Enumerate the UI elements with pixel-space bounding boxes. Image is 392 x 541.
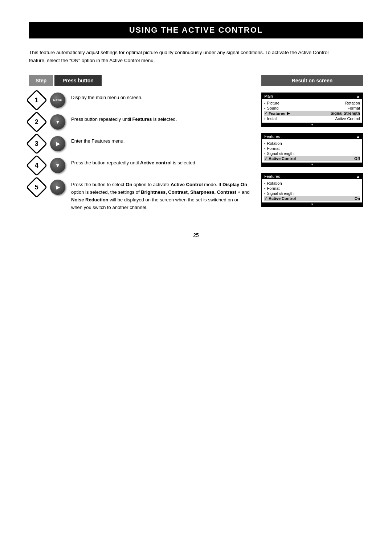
screen-1-row-1: ▪ Picture Rotation — [264, 101, 360, 106]
intro-paragraph: This feature automatically adjust settin… — [29, 49, 341, 64]
screen-3-row-4-highlighted: ✓ Active Control On — [264, 196, 360, 201]
screen-2-row-1: ▪ Rotation — [264, 141, 360, 146]
step-4-number: 4 — [26, 155, 47, 176]
result-section: Result on screen Main ▲ ▪ Picture Rotati… — [261, 75, 363, 213]
screen-2-row-3: ▪ Signal strength — [264, 151, 360, 156]
step-3-number: 3 — [26, 133, 47, 154]
v-button-1[interactable]: ▼ — [50, 114, 65, 130]
screen-1: Main ▲ ▪ Picture Rotation ▪ Sound Forma — [261, 93, 363, 127]
main-layout: Step Press button 1 MENU Display the mai… — [29, 75, 363, 218]
screen-1-body: ▪ Picture Rotation ▪ Sound Format ✓ Feat — [262, 99, 362, 123]
screen-1-row-3-highlighted: ✓ Features ▶ Signal Strength — [264, 111, 360, 116]
screen-3-row-1: ▪ Rotation — [264, 181, 360, 186]
screen-3-header: Features ▲ — [262, 173, 362, 179]
screen-2: Features ▲ ▪ Rotation ▪ Format — [261, 133, 363, 167]
screen-1-header: Main ▲ — [262, 93, 362, 99]
step-3-desc: Enter the Features menu. — [71, 136, 250, 145]
step-5-number: 5 — [26, 176, 47, 198]
v-button-2[interactable]: ▼ — [50, 158, 65, 173]
screen-3: Features ▲ ▪ Rotation ▪ Format — [261, 173, 363, 207]
screen-2-row-4-highlighted: ✓ Active Control Off — [264, 156, 360, 161]
result-header: Result on screen — [261, 75, 363, 86]
step-4-desc: Press the button repeatedly until Active… — [71, 158, 250, 167]
step-header: Step — [29, 75, 53, 86]
page-number: 25 — [29, 232, 363, 238]
step-row-4: 4 ▼ Press the button repeatedly until Ac… — [29, 158, 250, 173]
screen-3-row-2: ▪ Format — [264, 186, 360, 191]
screen-2-footer: ▼ — [262, 163, 362, 166]
screen-1-row-2: ▪ Sound Format — [264, 106, 360, 111]
screen-3-body: ▪ Rotation ▪ Format ▪ Signal strength — [262, 179, 362, 202]
screen-2-row-2: ▪ Format — [264, 146, 360, 151]
right-button-1[interactable]: ▶ — [50, 136, 65, 151]
screen-2-body: ▪ Rotation ▪ Format ▪ Signal strength — [262, 139, 362, 163]
step-2-number: 2 — [26, 111, 47, 132]
step-1-desc: Display the main menu on screen. — [71, 93, 250, 102]
menu-button[interactable]: MENU — [50, 93, 65, 108]
step-5-desc: Press the button to select On option to … — [71, 180, 250, 211]
screen-1-row-4: ▪ Install Active Control — [264, 116, 360, 121]
step-row-5: 5 ▶ Press the button to select On option… — [29, 180, 250, 211]
step-row-2: 2 ▼ Press button repeatedly until Featur… — [29, 114, 250, 130]
screen-2-header: Features ▲ — [262, 134, 362, 139]
step-row-3: 3 ▶ Enter the Features menu. — [29, 136, 250, 151]
steps-section: Step Press button 1 MENU Display the mai… — [29, 75, 250, 218]
page-title: USING THE ACTIVE CONTROL — [29, 22, 363, 38]
press-header: Press button — [54, 75, 102, 86]
right-button-2[interactable]: ▶ — [50, 180, 65, 195]
screen-1-footer: ▼ — [262, 123, 362, 126]
step-1-number: 1 — [26, 89, 47, 111]
screen-3-footer: ▼ — [262, 202, 362, 206]
step-row-1: 1 MENU Display the main menu on screen. — [29, 93, 250, 108]
step-2-desc: Press button repeatedly until Features i… — [71, 114, 250, 123]
column-headers: Step Press button — [29, 75, 250, 86]
screen-3-row-3: ▪ Signal strength — [264, 191, 360, 196]
